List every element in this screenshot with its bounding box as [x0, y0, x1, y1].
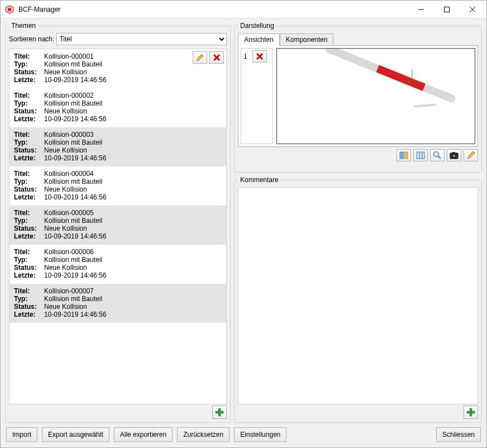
columns-icon	[416, 151, 425, 159]
theme-title-label: Titel:	[14, 131, 44, 139]
svg-rect-33	[467, 411, 475, 413]
columns-button[interactable]	[413, 149, 428, 161]
theme-title-value: Kollision-000004	[44, 170, 222, 178]
theme-title-label: Titel:	[14, 170, 44, 178]
tabs-row: Ansichten Komponenten	[238, 33, 478, 45]
close-window-button[interactable]	[460, 1, 485, 18]
svg-point-25	[434, 152, 439, 157]
view-thumb-row[interactable]: 1	[241, 49, 273, 64]
theme-last-label: Letzte:	[14, 232, 44, 240]
svg-rect-20	[400, 152, 403, 159]
theme-type-label: Typ:	[14, 178, 44, 185]
compare-icon	[399, 151, 408, 159]
display-group-label: Darstellung	[238, 22, 276, 30]
content-area: Themen Sortieren nach: Titel Titel:Kolli…	[1, 18, 486, 424]
maximize-button[interactable]	[434, 1, 460, 18]
theme-title-value: Kollision-000007	[44, 287, 222, 295]
close-button[interactable]: Schliessen	[436, 427, 481, 442]
view-thumb-list: 1	[241, 48, 273, 144]
theme-status-value: Neue Kollision	[44, 146, 222, 154]
theme-last-label: Letzte:	[14, 271, 44, 279]
comments-group: Kommentare	[234, 176, 482, 423]
reset-button[interactable]: Zurücksetzen	[177, 427, 230, 442]
titlebar: BCF-Manager	[1, 1, 486, 18]
theme-type-value: Kollision mit Bauteil	[44, 295, 222, 303]
theme-item[interactable]: Titel:Kollision-000006Typ:Kollision mit …	[9, 245, 226, 284]
camera-icon	[450, 151, 459, 159]
sort-select[interactable]: Titel	[56, 33, 227, 45]
settings-button[interactable]: Einstellungen	[234, 427, 287, 442]
edit-view-button[interactable]	[464, 149, 478, 161]
themes-list[interactable]: Titel:Kollision-000001Typ:Kollision mit …	[9, 49, 227, 404]
camera-button[interactable]	[447, 149, 461, 161]
theme-last-label: Letzte:	[14, 154, 44, 162]
theme-title-value: Kollision-000005	[44, 209, 222, 217]
tab-components[interactable]: Komponenten	[280, 34, 334, 46]
svg-point-29	[452, 154, 456, 158]
add-theme-button[interactable]	[212, 406, 227, 419]
comments-list[interactable]	[238, 187, 478, 404]
tab-body: 1	[238, 45, 478, 147]
svg-rect-3	[445, 7, 450, 12]
theme-type-label: Typ:	[14, 256, 44, 264]
svg-rect-22	[417, 152, 424, 159]
export-selected-button[interactable]: Export ausgewählt	[42, 427, 109, 442]
bottom-button-bar: Import Export ausgewählt Alle exportiere…	[1, 424, 486, 447]
theme-type-label: Typ:	[14, 295, 44, 303]
sort-row: Sortieren nach: Titel	[9, 33, 227, 45]
app-window: BCF-Manager Themen Sortieren nach: Titel…	[0, 0, 487, 448]
delete-theme-button[interactable]	[209, 51, 224, 64]
plus-icon	[466, 408, 475, 417]
theme-item[interactable]: Titel:Kollision-000001Typ:Kollision mit …	[9, 49, 226, 88]
edit-theme-button[interactable]	[193, 51, 207, 64]
theme-item[interactable]: Titel:Kollision-000003Typ:Kollision mit …	[9, 127, 226, 166]
theme-last-value: 10-09-2019 14:46:56	[44, 271, 222, 279]
delete-view-button[interactable]	[252, 50, 267, 63]
zoom-button[interactable]	[430, 149, 445, 161]
theme-item[interactable]: Titel:Kollision-000004Typ:Kollision mit …	[9, 166, 226, 206]
compare-button[interactable]	[397, 149, 411, 161]
theme-title-label: Titel:	[14, 92, 44, 99]
theme-type-value: Kollision mit Bauteil	[44, 139, 222, 146]
themes-group: Themen Sortieren nach: Titel Titel:Kolli…	[5, 22, 231, 423]
svg-line-26	[438, 156, 441, 159]
minimize-button[interactable]	[408, 1, 434, 18]
svg-rect-11	[216, 411, 223, 413]
theme-item[interactable]: Titel:Kollision-000007Typ:Kollision mit …	[9, 284, 226, 323]
magnifier-icon	[433, 151, 442, 160]
import-button[interactable]: Import	[6, 427, 37, 442]
theme-status-label: Status:	[14, 264, 44, 271]
theme-status-label: Status:	[14, 225, 44, 232]
theme-status-label: Status:	[14, 107, 44, 115]
sort-label: Sortieren nach:	[9, 35, 54, 43]
theme-last-value: 10-09-2019 14:46:56	[44, 115, 222, 123]
svg-rect-28	[452, 152, 455, 154]
theme-type-value: Kollision mit Bauteil	[44, 256, 222, 264]
view-preview[interactable]	[276, 48, 475, 144]
theme-status-value: Neue Kollision	[44, 303, 222, 311]
theme-type-label: Typ:	[14, 60, 44, 68]
pencil-icon	[466, 151, 475, 160]
theme-last-label: Letzte:	[14, 76, 44, 84]
svg-rect-21	[404, 152, 408, 159]
theme-title-label: Titel:	[14, 209, 44, 217]
svg-rect-19	[414, 103, 436, 107]
theme-item[interactable]: Titel:Kollision-000002Typ:Kollision mit …	[9, 88, 226, 127]
theme-status-label: Status:	[14, 303, 44, 311]
theme-title-value: Kollision-000002	[44, 92, 222, 99]
export-all-button[interactable]: Alle exportieren	[114, 427, 173, 442]
theme-status-value: Neue Kollision	[44, 225, 222, 232]
theme-status-value: Neue Kollision	[44, 107, 222, 115]
theme-title-value: Kollision-000003	[44, 131, 222, 139]
theme-type-value: Kollision mit Bauteil	[44, 217, 222, 225]
theme-type-value: Kollision mit Bauteil	[44, 178, 222, 185]
theme-last-value: 10-09-2019 14:46:56	[44, 154, 222, 162]
pencil-icon	[196, 54, 204, 61]
theme-item[interactable]: Titel:Kollision-000005Typ:Kollision mit …	[9, 206, 226, 245]
tab-views[interactable]: Ansichten	[238, 34, 280, 46]
theme-type-label: Typ:	[14, 139, 44, 146]
comments-group-label: Kommentare	[238, 176, 281, 184]
theme-last-label: Letzte:	[14, 311, 44, 318]
svg-marker-1	[8, 7, 12, 12]
add-comment-button[interactable]	[464, 406, 478, 419]
